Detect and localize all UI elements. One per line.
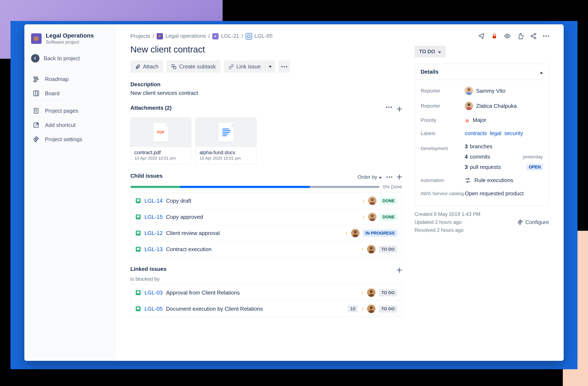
svg-point-31	[354, 231, 357, 233]
lock-icon[interactable]	[491, 33, 498, 39]
link-issue-button[interactable]: Link issue	[224, 60, 265, 73]
details-header[interactable]: Details	[415, 64, 549, 80]
label-chip[interactable]: security	[504, 130, 523, 136]
story-chip-icon	[246, 33, 252, 39]
attachment-thumb: PDF	[131, 118, 191, 147]
child-issue-row[interactable]: LGL-14 Copy draft ↑ DONE	[131, 193, 402, 209]
sidebar-item-board[interactable]: Board	[24, 86, 116, 100]
assignee-avatar[interactable]	[351, 229, 359, 237]
assignee-avatar[interactable]	[367, 289, 376, 297]
label-chip[interactable]: legal	[490, 130, 502, 136]
status-badge[interactable]: DONE	[380, 213, 397, 221]
create-subtask-button[interactable]: Create subtask	[167, 60, 220, 73]
status-dropdown[interactable]: TO DO	[415, 46, 446, 58]
child-issues-more-icon[interactable]	[386, 176, 392, 178]
issue-key[interactable]: LGL-03	[145, 290, 163, 296]
field-automation[interactable]: Automation Rule executions	[421, 174, 543, 187]
pages-icon	[33, 107, 40, 114]
issue-key[interactable]: LGL-13	[145, 246, 163, 252]
breadcrumb-project[interactable]: Legal operations	[157, 33, 206, 39]
svg-rect-17	[160, 35, 161, 36]
attachments-list: PDF contract.pdf 10 Apr 2020 10:01 pm al…	[130, 117, 402, 164]
breadcrumb-root[interactable]: Projects	[130, 33, 150, 39]
linked-issue-row[interactable]: LGL-05 Document execution by Client Rela…	[131, 301, 402, 317]
assignee-avatar[interactable]	[367, 305, 376, 313]
svg-point-51	[467, 88, 470, 91]
header-action-icons	[415, 33, 549, 39]
attachment-card[interactable]: PDF contract.pdf 10 Apr 2020 10:01 pm	[130, 117, 191, 164]
feedback-icon[interactable]	[478, 33, 485, 39]
epic-chip-icon	[212, 33, 219, 39]
assignee-avatar[interactable]	[367, 245, 376, 253]
priority-up-icon: ↑	[361, 290, 364, 296]
link-issue-dropdown[interactable]	[265, 60, 275, 73]
dev-branches[interactable]: 3 branches	[465, 143, 543, 150]
status-badge[interactable]: TO DO	[379, 246, 397, 253]
svg-rect-18	[159, 37, 160, 37]
status-badge[interactable]: IN PROGRESS	[363, 230, 397, 237]
assignee-avatar[interactable]	[368, 196, 377, 205]
svg-rect-0	[34, 37, 36, 38]
svg-rect-4	[34, 77, 38, 78]
board-icon	[33, 90, 40, 97]
share-icon[interactable]	[530, 33, 537, 39]
issue-summary: Copy draft	[166, 198, 359, 204]
child-issue-row[interactable]: LGL-15 Copy approved ↑ DONE	[131, 209, 402, 225]
status-badge[interactable]: DONE	[380, 197, 397, 205]
more-actions-button[interactable]	[278, 60, 290, 73]
breadcrumb-epic[interactable]: LGL-21	[212, 33, 239, 39]
description-heading: Description	[130, 81, 402, 88]
linked-issue-row[interactable]: LGL-03 Approval from Client Relations ↑ …	[131, 285, 402, 301]
breadcrumb-current[interactable]: LGL-65	[246, 33, 273, 39]
add-child-issue-icon[interactable]	[397, 174, 402, 180]
dots-icon	[281, 66, 287, 67]
attachments-more-icon[interactable]	[386, 107, 392, 112]
pdf-icon: PDF	[157, 130, 165, 135]
svg-rect-3	[37, 39, 38, 40]
dev-commits[interactable]: 4 commitsyesterday	[465, 154, 543, 160]
issue-title[interactable]: New client contract	[130, 44, 402, 55]
field-development: Development 3 branches 4 commitsyesterda…	[421, 140, 543, 174]
watch-icon[interactable]	[504, 33, 511, 39]
back-arrow-icon	[31, 54, 40, 62]
issue-key[interactable]: LGL-15	[145, 214, 163, 220]
label-chip[interactable]: contracts	[465, 130, 487, 136]
thumbs-up-icon[interactable]	[517, 33, 524, 39]
order-by-dropdown[interactable]: Order by	[358, 174, 382, 180]
add-linked-issue-icon[interactable]	[397, 268, 402, 273]
description-text[interactable]: New client services contract	[130, 90, 402, 96]
sidebar-item-settings[interactable]: Project settings	[24, 132, 116, 146]
issue-key[interactable]: LGL-05	[145, 306, 163, 312]
issue-key[interactable]: LGL-14	[145, 198, 163, 204]
docx-icon	[219, 123, 233, 142]
field-aws-catalog[interactable]: AWS Service catalog Open requested produ…	[421, 187, 543, 200]
attach-button[interactable]: Attach	[130, 60, 163, 73]
svg-rect-6	[34, 81, 36, 82]
divider	[29, 100, 110, 101]
sidebar-item-shortcut[interactable]: Add shortcut	[24, 118, 116, 132]
project-chip-icon	[157, 33, 163, 39]
child-issue-row[interactable]: LGL-12 Client review approval ↑ IN PROGR…	[131, 225, 402, 241]
field-labels[interactable]: Labels contracts legal security	[421, 127, 543, 140]
issue-right-column: TO DO Details Reporter Sammy Vito	[415, 33, 549, 352]
details-panel: Details Reporter Sammy Vito Reporter	[415, 64, 549, 206]
assignee-avatar[interactable]	[368, 213, 377, 221]
field-priority[interactable]: Priority Major	[421, 114, 543, 127]
child-issue-row[interactable]: LGL-13 Contract execution ↑ TO DO	[131, 241, 402, 257]
issue-type-icon	[135, 290, 141, 296]
attachment-card[interactable]: alpha-fund.docx 10 Apr 2020 10:01 pm	[195, 117, 256, 164]
app-window: Legal Operations Software project Back t…	[24, 24, 564, 361]
add-attachment-icon[interactable]	[397, 107, 402, 112]
status-badge[interactable]: TO DO	[379, 305, 397, 312]
sidebar-item-roadmap[interactable]: Roadmap	[24, 72, 116, 86]
more-icon[interactable]	[543, 33, 549, 39]
status-badge[interactable]: TO DO	[379, 289, 397, 296]
issue-key[interactable]: LGL-12	[145, 230, 163, 236]
field-reporter[interactable]: Reporter Zlatica Chalpuka	[421, 98, 543, 114]
back-to-project[interactable]: Back to project	[24, 51, 116, 69]
sidebar-item-pages[interactable]: Project pages	[24, 104, 116, 118]
field-reporter[interactable]: Reporter Sammy Vito	[421, 83, 543, 98]
configure-button[interactable]: Configure	[517, 211, 549, 233]
dev-pull-requests[interactable]: 3 pull requestsOPEN	[465, 164, 543, 170]
breadcrumb-sep: /	[208, 33, 210, 39]
